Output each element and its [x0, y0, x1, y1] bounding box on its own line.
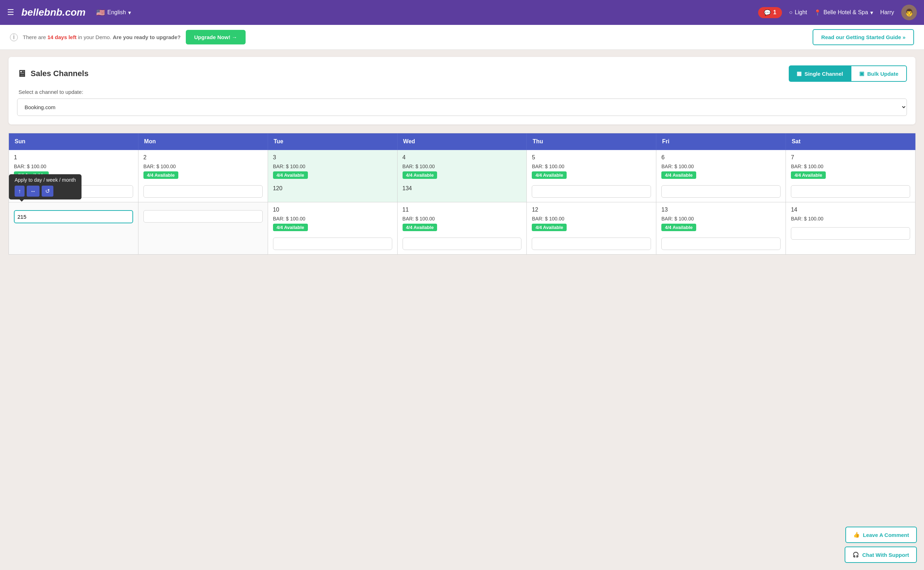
tooltip-up-btn[interactable]: ↑ [15, 185, 25, 197]
upgrade-prompt: Are you ready to upgrade? [113, 34, 181, 40]
cal-cell-10: 10 BAR: $ 100.00 4/4 Available [268, 202, 398, 254]
cal-cell-14: 14 BAR: $ 100.00 [786, 202, 915, 254]
chevron-down-icon: ▾ [870, 9, 873, 16]
cal-bar-2: BAR: $ 100.00 [143, 164, 263, 169]
calendar: Sun Mon Tue Wed Thu Fri Sat 1 BAR: $ 100… [9, 133, 915, 254]
cal-bar-12: BAR: $ 100.00 [532, 216, 651, 222]
cal-header-thu: Thu [527, 133, 656, 150]
cal-cell-2: 2 BAR: $ 100.00 4/4 Available [138, 150, 268, 202]
cal-day-4: 4 [403, 154, 522, 161]
location-icon: 📍 [814, 9, 821, 16]
cal-cell-5: 5 BAR: $ 100.00 4/4 Available [527, 150, 656, 202]
tooltip-actions: ↑ ↔ ↺ [15, 185, 76, 197]
cal-header-mon: Mon [138, 133, 268, 150]
cal-input-12[interactable] [532, 238, 651, 250]
cal-input-2[interactable] [143, 185, 263, 198]
cal-header-wed: Wed [398, 133, 527, 150]
cal-avail-4: 4/4 Available [403, 172, 437, 179]
bottom-actions: 👍 Leave A Comment 🎧 Chat With Support [845, 527, 917, 563]
cal-bar-13: BAR: $ 100.00 [661, 216, 781, 222]
cal-cell-11: 11 BAR: $ 100.00 4/4 Available [398, 202, 527, 254]
avatar[interactable]: 👨 [901, 5, 917, 20]
chat-support-button[interactable]: 🎧 Chat With Support [845, 547, 917, 563]
calendar-grid: Sun Mon Tue Wed Thu Fri Sat 1 BAR: $ 100… [9, 133, 915, 254]
cal-bar-5: BAR: $ 100.00 [532, 164, 651, 169]
cal-day-2: 2 [143, 154, 263, 161]
leave-comment-button[interactable]: 👍 Leave A Comment [846, 527, 917, 543]
headset-icon: 🎧 [852, 552, 859, 558]
light-label: Light [795, 9, 807, 16]
cal-input-6[interactable] [661, 185, 781, 198]
cal-input-5[interactable] [532, 185, 651, 198]
days-left: 14 days left [47, 34, 77, 40]
cal-bar-7: BAR: $ 100.00 [791, 164, 910, 169]
avatar-image: 👨 [905, 8, 914, 17]
cal-cell-6: 6 BAR: $ 100.00 4/4 Available [656, 150, 786, 202]
cal-cell-4: 4 BAR: $ 100.00 4/4 Available 134 [398, 150, 527, 202]
cal-input-7[interactable] [791, 185, 910, 198]
chat-badge[interactable]: 💬 1 [758, 7, 782, 18]
cal-day-1: 1 [14, 154, 133, 161]
cal-bar-14: BAR: $ 100.00 [791, 216, 910, 222]
cal-day-10: 10 [273, 207, 392, 213]
cal-avail-2: 4/4 Available [143, 172, 178, 179]
cal-header-tue: Tue [268, 133, 398, 150]
cal-cell-13: 13 BAR: $ 100.00 4/4 Available [656, 202, 786, 254]
card-title: 🖥 Sales Channels [17, 68, 89, 79]
cal-cell-12: 12 BAR: $ 100.00 4/4 Available [527, 202, 656, 254]
cal-day-5: 5 [532, 154, 651, 161]
hotel-name: Belle Hotel & Spa [823, 9, 868, 16]
cal-day-14: 14 [791, 207, 910, 213]
cal-cell-3: 3 BAR: $ 100.00 4/4 Available 120 [268, 150, 398, 202]
cal-avail-7: 4/4 Available [791, 172, 826, 179]
channel-select[interactable]: Booking.com [17, 98, 907, 116]
header: ☰ bellebnb.com 🇺🇸 English ▾ 💬 1 ○ Light … [0, 0, 924, 25]
tooltip-lr-btn[interactable]: ↔ [27, 185, 40, 197]
thumbs-up-icon: 👍 [853, 532, 860, 538]
cal-input-empty-2[interactable] [143, 210, 263, 222]
chat-count: 1 [773, 9, 776, 16]
cal-cell-empty-2 [138, 202, 268, 254]
chevron-down-icon: ▾ [128, 9, 131, 16]
cal-avail-6: 4/4 Available [661, 172, 696, 179]
language-label: English [107, 9, 126, 16]
theme-toggle[interactable]: ○ Light [789, 9, 807, 16]
cal-day-13: 13 [661, 207, 781, 213]
cal-input-10[interactable] [273, 238, 392, 250]
upgrade-button[interactable]: Upgrade Now! → [186, 30, 246, 44]
cal-day-6: 6 [661, 154, 781, 161]
user-name: Harry [880, 9, 894, 16]
bulk-update-icon: ▣ [859, 70, 864, 77]
card-header: 🖥 Sales Channels ▦ Single Channel ▣ Bulk… [17, 66, 907, 82]
cal-header-sat: Sat [786, 133, 915, 150]
cal-bar-3: BAR: $ 100.00 [273, 164, 392, 169]
bulk-update-button[interactable]: ▣ Bulk Update [851, 66, 907, 82]
single-channel-button[interactable]: ▦ Single Channel [789, 66, 851, 82]
select-label: Select a channel to update: [18, 89, 907, 95]
chat-icon: 💬 [764, 9, 771, 16]
banner-text: There are 14 days left in your Demo. Are… [23, 34, 181, 40]
info-icon: i [10, 34, 18, 41]
cal-num-3: 120 [273, 185, 392, 192]
cal-avail-5: 4/4 Available [532, 172, 567, 179]
cal-bar-10: BAR: $ 100.00 [273, 216, 392, 222]
flag-icon: 🇺🇸 [96, 8, 105, 17]
light-icon: ○ [789, 9, 793, 16]
cal-input-tooltip[interactable] [14, 210, 133, 223]
hotel-selector[interactable]: 📍 Belle Hotel & Spa ▾ [814, 9, 873, 16]
tooltip-refresh-btn[interactable]: ↺ [42, 185, 54, 197]
cal-input-14[interactable] [791, 227, 910, 240]
getting-started-guide-button[interactable]: Read our Getting Started Guide » [813, 29, 914, 45]
menu-icon[interactable]: ☰ [7, 8, 14, 17]
cal-input-13[interactable] [661, 238, 781, 250]
cal-bar-11: BAR: $ 100.00 [403, 216, 522, 222]
view-toggle: ▦ Single Channel ▣ Bulk Update [789, 66, 907, 82]
cal-bar-4: BAR: $ 100.00 [403, 164, 522, 169]
page-content: 🖥 Sales Channels ▦ Single Channel ▣ Bulk… [0, 50, 924, 262]
monitor-icon: 🖥 [17, 68, 26, 79]
cal-avail-12: 4/4 Available [532, 224, 567, 231]
cal-avail-13: 4/4 Available [661, 224, 696, 231]
cal-input-11[interactable] [403, 238, 522, 250]
single-channel-icon: ▦ [796, 70, 801, 77]
language-selector[interactable]: 🇺🇸 English ▾ [96, 8, 131, 17]
